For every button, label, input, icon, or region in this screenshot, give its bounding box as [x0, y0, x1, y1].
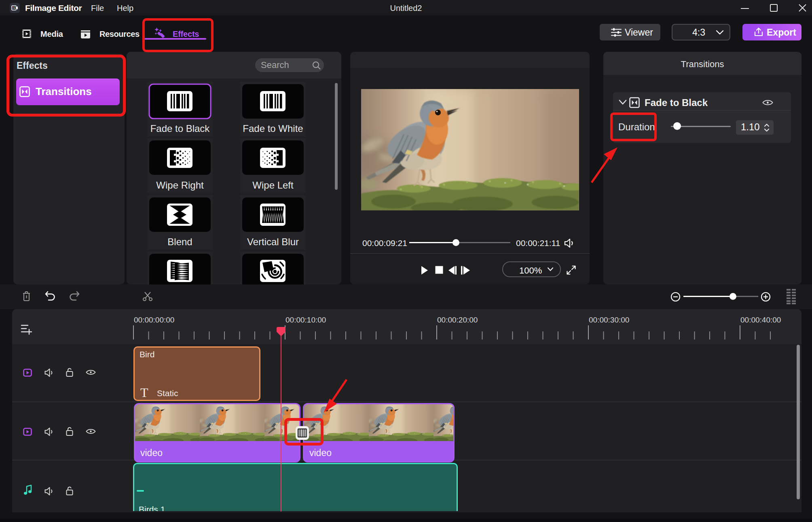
- svg-text:Fade to Black: Fade to Black: [150, 123, 210, 134]
- svg-text:Fade to White: Fade to White: [243, 123, 303, 134]
- svg-text:Wipe Left: Wipe Left: [252, 180, 294, 191]
- svg-text:Vertical Blur: Vertical Blur: [247, 236, 299, 247]
- svg-text:Wipe Right: Wipe Right: [156, 180, 204, 191]
- svg-text:Blend: Blend: [167, 236, 192, 247]
